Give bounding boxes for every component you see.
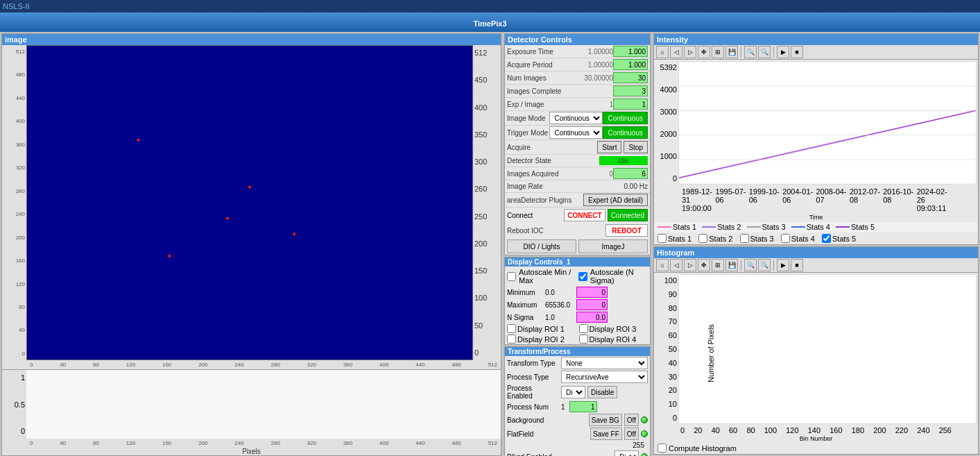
center-panel: Detector Controls Exposure Time 1.00000 … [503, 32, 652, 456]
blkgd-dir-dropdown[interactable]: Di: [614, 450, 639, 456]
hist-stop-icon[interactable]: ■ [791, 259, 803, 271]
zoom-in-icon[interactable]: 🔍 [744, 46, 757, 58]
disable-button[interactable]: Disable [587, 386, 617, 398]
hist-pan-icon[interactable]: ✥ [698, 259, 710, 271]
process-num-input[interactable] [569, 401, 597, 412]
exp-per-image-label: Exp / Image [507, 101, 575, 108]
hist-play-icon[interactable]: ▶ [777, 259, 789, 271]
trigger-mode-row: Trigger Mode Continuous Continuous [505, 126, 650, 140]
roi3-checkbox[interactable] [579, 324, 588, 333]
bg-off-button[interactable]: Off [624, 414, 639, 426]
main-image-container: 512 480 440 400 360 320 280 240 200 160 … [2, 45, 501, 360]
start-button[interactable]: Start [597, 141, 621, 153]
hist-forward-icon[interactable]: ▷ [684, 259, 696, 271]
hist-zoom-icon[interactable]: ⊞ [712, 259, 724, 271]
trigger-mode-btn[interactable]: Continuous [603, 126, 648, 139]
play-icon[interactable]: ▶ [777, 46, 789, 58]
legend-stats1: Stats 1 [657, 223, 696, 231]
exp-per-image-input[interactable] [613, 99, 648, 110]
maximum-input[interactable] [576, 299, 608, 310]
expert-ad-detail-btn[interactable]: Expert (AD detail) [583, 194, 648, 206]
hist-save-icon[interactable]: 💾 [725, 259, 738, 271]
intensity-x-labels: 1989-12-3119:00:00 1995-07-06 1999-10-06… [654, 186, 978, 214]
autoscale-row: Autoscale Min / Max Autoscale (N Sigma) [505, 267, 650, 286]
hist-zoom-out-icon[interactable]: 🔍 [758, 259, 771, 271]
exp-per-image-value: 1 [575, 101, 613, 108]
stop-icon[interactable]: ■ [791, 46, 803, 58]
stats2-line [702, 226, 716, 228]
images-acquired-input[interactable] [613, 168, 648, 179]
stats3-label: Stats 3 [762, 223, 786, 231]
right-panel: Intensity ⌂ ◁ ▷ ✥ ⊞ 💾 🔍 🔍 ▶ ■ 5392 [652, 32, 980, 456]
stop-button[interactable]: Stop [624, 141, 648, 153]
nsigma-input[interactable] [576, 312, 608, 323]
histogram-toolbar: ⌂ ◁ ▷ ✥ ⊞ 💾 🔍 🔍 ▶ ■ [654, 258, 978, 273]
ff-off-button[interactable]: Off [624, 428, 639, 440]
process-dir-dropdown[interactable]: Di: [561, 386, 585, 398]
stats3-checkbox[interactable] [740, 234, 749, 243]
intensity-x-label: Time [654, 214, 978, 221]
hist-back-icon[interactable]: ◁ [670, 259, 682, 271]
connected-button[interactable]: Connected [608, 209, 648, 221]
acquire-period-row: Acquire Period 1.00000 [505, 58, 650, 71]
exposure-time-input[interactable] [613, 46, 648, 57]
transform-type-dropdown[interactable]: None [561, 357, 648, 369]
forward-icon[interactable]: ▷ [684, 46, 696, 58]
save-plot-icon[interactable]: 💾 [725, 46, 738, 58]
stats5-checkbox[interactable] [822, 234, 831, 243]
save-bg-button[interactable]: Save BG [589, 414, 622, 426]
connect-button[interactable]: CONNECT [564, 209, 605, 221]
pan-icon[interactable]: ✥ [698, 46, 710, 58]
stats2-checkbox[interactable] [698, 234, 707, 243]
stats1-check: Stats 1 [657, 234, 691, 243]
roi2-checkbox[interactable] [507, 335, 516, 344]
roi2-label: Display ROI 2 [517, 335, 565, 344]
stats4-checkbox[interactable] [781, 234, 790, 243]
stats1-checkbox[interactable] [657, 234, 667, 243]
image-mode-btn[interactable]: Continuous [603, 112, 648, 124]
save-ff-button[interactable]: Save FF [590, 428, 622, 440]
autoscale-min-max-checkbox[interactable] [507, 272, 516, 281]
home-icon[interactable]: ⌂ [656, 46, 669, 58]
zoom-out-icon[interactable]: 🔍 [758, 46, 771, 58]
compute-histogram-checkbox[interactable] [657, 444, 667, 453]
process-type-dropdown[interactable]: RecursiveAve [561, 371, 648, 383]
dio-lights-button[interactable]: DIO / Lights [507, 239, 576, 253]
trigger-mode-dropdown[interactable]: Continuous [549, 126, 603, 139]
imagej-button[interactable]: ImageJ [578, 239, 648, 253]
value-255-row: 255 [505, 441, 650, 450]
autoscale-nsigma-checkbox[interactable] [578, 272, 587, 281]
compute-histogram-label: Compute Histogram [669, 444, 737, 453]
autoscale-nsigma-label: Autoscale (N Sigma) [590, 268, 648, 285]
stats1-checkbox-label: Stats 1 [668, 235, 691, 243]
left-panel: image 512 480 440 400 360 320 280 240 20… [0, 32, 503, 456]
stats2-label: Stats 2 [717, 223, 741, 231]
roi1-check: Display ROI 1 [507, 324, 576, 333]
roi3-label: Display ROI 3 [590, 325, 637, 333]
acquire-period-input[interactable] [613, 59, 648, 70]
zoom-rect-icon[interactable]: ⊞ [712, 46, 724, 58]
stats1-line [657, 226, 671, 228]
histogram-y-label: Number of Pixels [707, 324, 715, 382]
images-complete-input[interactable] [613, 85, 648, 96]
blkgd-enabled-row: Blkgd Enabled Di: [505, 450, 650, 456]
image-mode-dropdown[interactable]: Continuous [549, 112, 603, 124]
hist-zoom-in-icon[interactable]: 🔍 [744, 259, 757, 271]
nsigma-label: N Sigma [507, 314, 545, 321]
reboot-button[interactable]: REBOOT [605, 224, 648, 237]
area-detector-row: areaDetector Plugins Expert (AD detail) [505, 193, 650, 208]
roi1-checkbox[interactable] [507, 324, 516, 333]
roi4-checkbox[interactable] [579, 335, 588, 344]
dio-imagej-row: DIO / Lights ImageJ [505, 238, 650, 255]
maximum-label: Maximum [507, 301, 545, 309]
exposure-time-value: 1.00000 [575, 48, 613, 56]
stats4-checkbox-label: Stats 4 [791, 235, 815, 243]
roi-row-1: Display ROI 1 Display ROI 3 [505, 323, 650, 334]
hist-home-icon[interactable]: ⌂ [656, 259, 669, 271]
maximum-value: 65536.0 [545, 301, 576, 309]
legend-stats3: Stats 3 [747, 223, 786, 231]
num-images-value: 30.00000 [575, 74, 613, 82]
minimum-input[interactable] [576, 287, 608, 298]
back-icon[interactable]: ◁ [670, 46, 682, 58]
num-images-input[interactable] [613, 72, 648, 83]
